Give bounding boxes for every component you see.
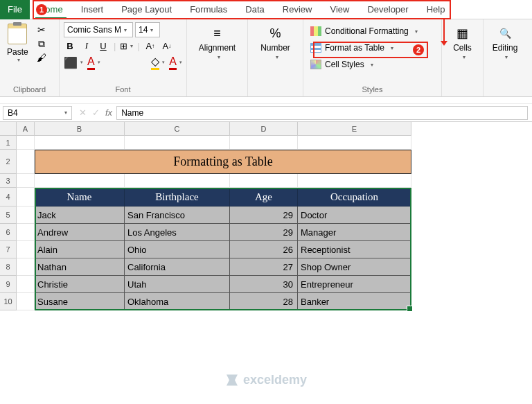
tab-developer[interactable]: Developer <box>358 0 417 19</box>
cell[interactable] <box>17 224 35 241</box>
row-header-1[interactable]: 1 <box>0 136 17 150</box>
table-cell[interactable]: Nathan <box>35 258 125 276</box>
table-cell[interactable]: Banker <box>298 293 411 310</box>
table-cell[interactable]: Alain <box>35 241 125 258</box>
select-all-corner[interactable] <box>0 122 17 136</box>
table-cell[interactable]: Jack <box>35 207 125 224</box>
border-button[interactable]: ⊞▾ <box>120 39 133 53</box>
cell[interactable] <box>17 241 35 258</box>
cell[interactable] <box>17 207 35 224</box>
table-cell[interactable]: 30 <box>230 276 298 293</box>
cell[interactable] <box>17 293 35 310</box>
table-cell[interactable]: California <box>125 258 230 276</box>
cell[interactable] <box>230 136 298 150</box>
col-header-D[interactable]: D <box>230 122 298 136</box>
col-header-A[interactable]: A <box>17 122 35 136</box>
col-header-B[interactable]: B <box>35 122 125 136</box>
font-name-combo[interactable]: Comic Sans M▾ <box>64 22 133 37</box>
table-cell[interactable]: Ohio <box>125 241 230 258</box>
fill-color-button[interactable]: ⬛▾ <box>64 55 83 69</box>
row-header-8[interactable]: 8 <box>0 258 17 276</box>
tab-insert[interactable]: Insert <box>72 0 113 19</box>
table-cell[interactable]: Andrew <box>35 224 125 241</box>
row-header-3[interactable]: 3 <box>0 174 17 188</box>
spreadsheet-grid[interactable]: ABCDE 12345678910 Formatting as TableNam… <box>0 122 532 403</box>
alignment-button[interactable]: ≡ Alignment ▾ <box>191 22 243 60</box>
increase-font-button[interactable]: A↑ <box>144 39 157 53</box>
cell[interactable] <box>298 136 411 150</box>
row-header-2[interactable]: 2 <box>0 150 17 174</box>
tab-formulas[interactable]: Formulas <box>181 0 236 19</box>
editing-button[interactable]: 🔍 Editing ▾ <box>488 22 522 60</box>
row-header-7[interactable]: 7 <box>0 241 17 258</box>
row-header-10[interactable]: 10 <box>0 293 17 310</box>
table-cell[interactable]: Christie <box>35 276 125 293</box>
table-cell[interactable]: 26 <box>230 241 298 258</box>
row-header-9[interactable]: 9 <box>0 276 17 293</box>
cut-icon[interactable]: ✂ <box>35 24 48 36</box>
table-cell[interactable]: 27 <box>230 258 298 276</box>
table-cell[interactable]: Receptionist <box>298 241 411 258</box>
font-color-button-2[interactable]: A▾ <box>169 55 182 69</box>
table-header-cell[interactable]: Occupation <box>298 188 411 207</box>
table-cell[interactable]: 29 <box>230 224 298 241</box>
bold-button[interactable]: B <box>64 39 76 53</box>
format-painter-icon[interactable]: 🖌 <box>35 51 48 64</box>
tab-review[interactable]: Review <box>274 0 321 19</box>
table-cell[interactable]: Utah <box>125 276 230 293</box>
fill-bucket-button[interactable]: ◇▾ <box>151 55 165 69</box>
table-cell[interactable]: Doctor <box>298 207 411 224</box>
cancel-formula-icon[interactable]: ✕ <box>79 107 87 118</box>
table-header-cell[interactable]: Name <box>35 188 125 207</box>
font-color-button[interactable]: A▾ <box>87 55 100 69</box>
cell[interactable] <box>125 174 230 188</box>
table-cell[interactable]: Los Angeles <box>125 224 230 241</box>
decrease-font-button[interactable]: A↓ <box>161 39 173 53</box>
cells-button[interactable]: ▦ Cells ▾ <box>446 22 479 60</box>
cell[interactable] <box>125 136 230 150</box>
table-cell[interactable]: Manager <box>298 224 411 241</box>
copy-icon[interactable]: ⧉ <box>35 37 48 50</box>
name-box[interactable]: B4▾ <box>3 106 72 120</box>
title-banner-cell[interactable]: Formatting as Table <box>35 150 411 174</box>
row-header-5[interactable]: 5 <box>0 207 17 224</box>
table-cell[interactable]: 29 <box>230 207 298 224</box>
col-header-E[interactable]: E <box>298 122 411 136</box>
table-header-cell[interactable]: Birthplace <box>125 188 230 207</box>
number-button[interactable]: % Number ▾ <box>252 22 299 60</box>
tab-help[interactable]: Help <box>418 0 454 19</box>
tab-file[interactable]: File <box>0 0 30 19</box>
table-cell[interactable]: Oklahoma <box>125 293 230 310</box>
cell[interactable] <box>230 174 298 188</box>
row-header-4[interactable]: 4 <box>0 188 17 207</box>
table-cell[interactable]: Entrepreneur <box>298 276 411 293</box>
tab-view[interactable]: View <box>321 0 358 19</box>
fx-button[interactable]: fx <box>105 107 112 118</box>
cell[interactable] <box>17 174 35 188</box>
underline-button[interactable]: U <box>97 39 109 53</box>
cell[interactable] <box>35 174 125 188</box>
table-cell[interactable]: 28 <box>230 293 298 310</box>
conditional-formatting-button[interactable]: Conditional Formatting ▾ <box>308 24 437 39</box>
row-header-6[interactable]: 6 <box>0 224 17 241</box>
enter-formula-icon[interactable]: ✓ <box>92 107 100 118</box>
cell[interactable] <box>17 276 35 293</box>
table-header-cell[interactable]: Age <box>230 188 298 207</box>
table-cell[interactable]: Shop Owner <box>298 258 411 276</box>
italic-button[interactable]: I <box>80 39 93 53</box>
col-header-C[interactable]: C <box>125 122 230 136</box>
tab-data[interactable]: Data <box>236 0 273 19</box>
cell[interactable] <box>17 258 35 276</box>
cell[interactable] <box>17 150 35 174</box>
cell-styles-button[interactable]: Cell Styles ▾ <box>308 57 437 72</box>
table-cell[interactable]: Susane <box>35 293 125 310</box>
cell[interactable] <box>298 174 411 188</box>
table-cell[interactable]: San Francisco <box>125 207 230 224</box>
tab-page-layout[interactable]: Page Layout <box>112 0 181 19</box>
cell[interactable] <box>35 136 125 150</box>
font-size-combo[interactable]: 14▾ <box>135 22 160 37</box>
cell[interactable] <box>17 188 35 207</box>
paste-button[interactable]: Paste ▾ <box>4 22 31 64</box>
formula-input[interactable]: Name <box>116 106 528 120</box>
cell[interactable] <box>17 136 35 150</box>
